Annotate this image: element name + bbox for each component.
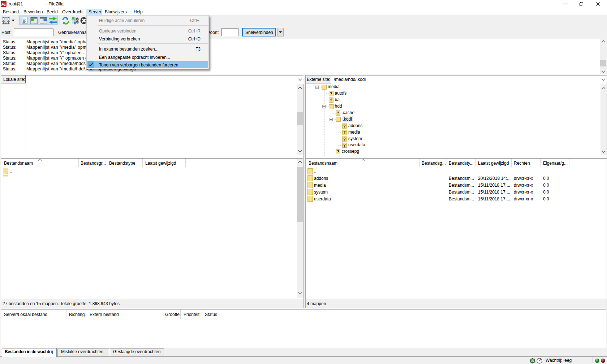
svg-text:?: ? [343,124,345,128]
svg-text:?: ? [337,150,339,154]
svg-text:?: ? [330,98,332,102]
svg-text:Fz: Fz [1,2,6,6]
svg-text:?: ? [343,143,345,147]
svg-text:?: ? [337,111,339,115]
svg-text:A: A [531,359,534,363]
svg-text:?: ? [343,130,345,134]
svg-text:?: ? [330,91,332,96]
svg-text:?: ? [343,136,345,141]
